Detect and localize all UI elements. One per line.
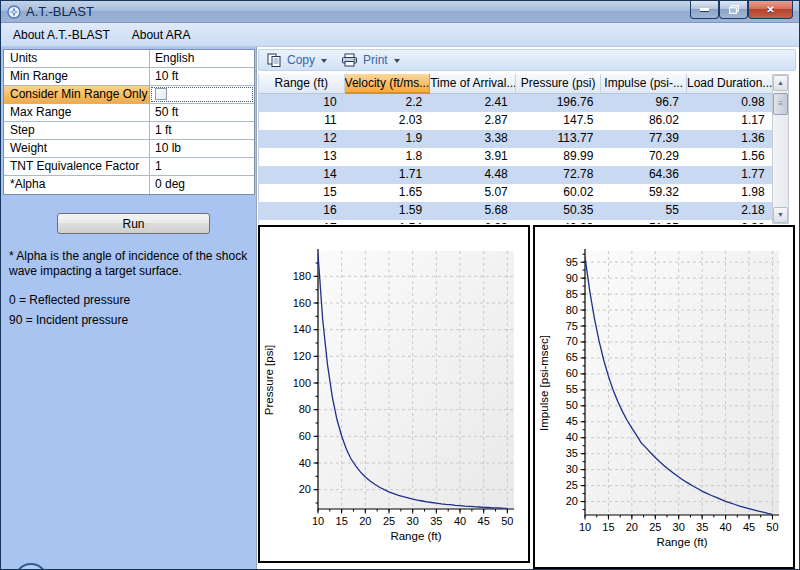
table-row[interactable]: 102.22.41196.7696.70.98 (259, 94, 772, 112)
logo-arc (14, 563, 48, 570)
title-bar[interactable]: A.T.-BLAST ✕ (1, 1, 799, 23)
table-cell: 1.77 (687, 166, 772, 184)
table-cell: 1.17 (687, 112, 772, 130)
svg-text:Range (ft): Range (ft) (656, 536, 707, 548)
table-row[interactable]: 161.595.6850.35552.18 (259, 202, 772, 220)
min-range-only-checkbox[interactable] (155, 88, 167, 100)
svg-text:45: 45 (743, 521, 755, 533)
copy-dropdown-icon[interactable] (321, 59, 327, 63)
table-cell: 70.29 (601, 148, 687, 166)
column-header-2[interactable]: Time of Arrival... (430, 74, 516, 94)
form-value-field[interactable] (150, 86, 254, 103)
form-label: Weight (4, 140, 150, 157)
table-row[interactable]: 112.032.87147.586.021.17 (259, 112, 772, 130)
svg-text:Range (ft): Range (ft) (390, 530, 441, 542)
column-header-0[interactable]: Range (ft) (259, 74, 345, 94)
print-button[interactable]: Print (341, 53, 406, 67)
svg-text:80: 80 (299, 403, 311, 415)
pressure-chart-panel: 1015202530354045502040608010012014016018… (258, 225, 530, 563)
form-value-field[interactable]: 50 ft (150, 104, 254, 121)
table-cell: 2.87 (430, 112, 516, 130)
table-scrollbar[interactable]: ▲ ≡ ▼ (772, 74, 789, 224)
incident-pressure-note: 90 = Incident pressure (9, 313, 251, 328)
table-row[interactable]: 121.93.38113.7777.391.36 (259, 130, 772, 148)
scrollbar-thumb[interactable]: ≡ (773, 93, 788, 115)
alpha-note-paragraph: * Alpha is the angle of incidence of the… (9, 249, 251, 279)
print-dropdown-icon[interactable] (394, 59, 400, 63)
arrow-up-icon: ▲ (777, 79, 784, 86)
svg-text:70: 70 (566, 335, 578, 347)
table-body: 102.22.41196.7696.70.98112.032.87147.586… (259, 94, 772, 224)
table-cell: 5.07 (430, 184, 516, 202)
form-label: TNT Equivalence Factor (4, 158, 150, 175)
form-value-field[interactable]: 1 (150, 158, 254, 175)
copy-icon (267, 53, 282, 67)
form-row-max-range: Max Range50 ft (4, 104, 254, 122)
form-row-tnt-equivalence-factor: TNT Equivalence Factor1 (4, 158, 254, 176)
svg-text:30: 30 (673, 521, 685, 533)
scroll-down-button[interactable]: ▼ (773, 207, 788, 223)
form-value-field[interactable]: 0 deg (150, 176, 254, 194)
table-cell: 2.38 (687, 220, 772, 224)
copy-button[interactable]: Copy (267, 53, 333, 67)
restore-button[interactable] (719, 1, 748, 19)
form-label: Units (4, 50, 150, 67)
svg-text:20: 20 (566, 495, 578, 507)
table-cell: 6.33 (430, 220, 516, 224)
form-value-field[interactable]: English (150, 50, 254, 67)
column-header-3[interactable]: Pressure (psi) (516, 74, 602, 94)
column-header-4[interactable]: Impulse (psi-... (601, 74, 687, 94)
column-header-1[interactable]: Velocity (ft/ms... (345, 74, 431, 94)
table-cell: 1.54 (345, 220, 431, 224)
form-row-units: UnitsEnglish (4, 50, 254, 68)
table-cell: 96.7 (601, 94, 687, 112)
table-cell: 2.18 (687, 202, 772, 220)
svg-text:10: 10 (312, 515, 324, 527)
form-row-weight: Weight10 lb (4, 140, 254, 158)
table-cell: 3.38 (430, 130, 516, 148)
close-button[interactable]: ✕ (748, 1, 793, 19)
table-row[interactable]: 141.714.4872.7864.361.77 (259, 166, 772, 184)
form-value-field[interactable]: 10 ft (150, 68, 254, 85)
window-title: A.T.-BLAST (26, 4, 94, 19)
form-label: *Alpha (4, 176, 150, 194)
form-label: Consider Min Range Only (4, 86, 150, 103)
minimize-button[interactable] (690, 1, 719, 19)
svg-text:180: 180 (293, 270, 311, 282)
table-cell: 17 (259, 220, 345, 224)
table-cell: 4.48 (430, 166, 516, 184)
table-row[interactable]: 171.546.3343.0351.352.38 (259, 220, 772, 224)
form-label: Max Range (4, 104, 150, 121)
form-value-field[interactable]: 1 ft (150, 122, 254, 139)
table-cell: 89.99 (516, 148, 602, 166)
scroll-up-button[interactable]: ▲ (773, 75, 788, 91)
reflected-pressure-note: 0 = Reflected pressure (9, 293, 251, 308)
menu-about-ara[interactable]: About ARA (122, 25, 201, 45)
svg-text:10: 10 (579, 521, 591, 533)
column-header-5[interactable]: Load Duration... (687, 74, 772, 94)
form-value-field[interactable]: 10 lb (150, 140, 254, 157)
table-header-row: Range (ft)Velocity (ft/ms...Time of Arri… (259, 74, 772, 94)
impulse-chart-panel: 1015202530354045502025303540455055606570… (533, 225, 795, 569)
table-cell: 1.56 (687, 148, 772, 166)
table-cell: 13 (259, 148, 345, 166)
svg-text:30: 30 (407, 515, 419, 527)
menu-about-atblast[interactable]: About A.T.-BLAST (3, 25, 120, 45)
svg-text:45: 45 (478, 515, 490, 527)
menu-bar: About A.T.-BLAST About ARA (1, 23, 799, 47)
table-row[interactable]: 151.655.0760.0259.321.98 (259, 184, 772, 202)
svg-text:65: 65 (566, 351, 578, 363)
table-row[interactable]: 131.83.9189.9970.291.56 (259, 148, 772, 166)
svg-text:140: 140 (293, 323, 311, 335)
table-cell: 50.35 (516, 202, 602, 220)
svg-text:50: 50 (566, 399, 578, 411)
svg-text:60: 60 (566, 367, 578, 379)
run-button[interactable]: Run (57, 213, 210, 234)
table-cell: 0.98 (687, 94, 772, 112)
svg-text:30: 30 (566, 463, 578, 475)
svg-text:40: 40 (454, 515, 466, 527)
table-cell: 3.91 (430, 148, 516, 166)
close-icon: ✕ (766, 4, 774, 15)
svg-text:35: 35 (566, 447, 578, 459)
table-cell: 113.77 (516, 130, 602, 148)
